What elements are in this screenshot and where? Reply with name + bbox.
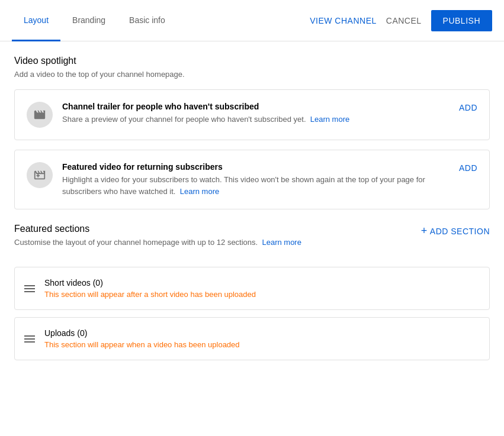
video-spotlight-title: Video spotlight [14, 56, 490, 66]
featured-video-card-left: Featured video for returning subscribers… [27, 162, 450, 197]
featured-video-body: Featured video for returning subscribers… [62, 162, 450, 197]
cancel-button[interactable]: CANCEL [386, 16, 422, 25]
short-videos-desc: This section will appear after a short v… [44, 290, 256, 299]
featured-sections-header-right: + ADD SECTION [421, 224, 490, 237]
video-spotlight-section: Video spotlight Add a video to the top o… [14, 56, 490, 209]
tab-basic-info[interactable]: Basic info [117, 1, 177, 41]
plus-icon: + [421, 225, 428, 237]
featured-sections-title: Featured sections [14, 224, 301, 234]
featured-sections: Featured sections Customise the layout o… [14, 224, 490, 360]
uploads-item: Uploads (0) This section will appear whe… [14, 317, 490, 360]
uploads-drag-handle[interactable] [24, 335, 35, 343]
featured-sections-subtitle: Customise the layout of your channel hom… [14, 238, 301, 247]
channel-trailer-add-button[interactable]: ADD [459, 102, 477, 112]
featured-video-add-button[interactable]: ADD [459, 162, 477, 173]
short-videos-drag-handle[interactable] [24, 285, 35, 292]
channel-trailer-body: Channel trailer for people who haven't s… [62, 102, 450, 125]
featured-sections-header: Featured sections Customise the layout o… [14, 224, 490, 257]
uploads-body: Uploads (0) This section will appear whe… [44, 328, 240, 349]
channel-trailer-card-left: Channel trailer for people who haven't s… [27, 102, 450, 128]
view-channel-button[interactable]: VIEW CHANNEL [310, 16, 377, 25]
channel-trailer-desc: Share a preview of your channel for peop… [62, 114, 450, 125]
featured-video-card: Featured video for returning subscribers… [14, 150, 490, 209]
featured-sections-learn-more[interactable]: Learn more [262, 238, 301, 247]
channel-trailer-icon [27, 102, 53, 128]
channel-trailer-title: Channel trailer for people who haven't s… [62, 102, 450, 111]
add-video-icon [33, 169, 46, 182]
uploads-title: Uploads (0) [44, 328, 240, 338]
featured-video-icon [27, 162, 53, 188]
add-section-label: ADD SECTION [430, 227, 490, 236]
uploads-desc: This section will appear when a video ha… [44, 340, 240, 349]
top-nav: Layout Branding Basic info VIEW CHANNEL … [0, 0, 504, 41]
add-section-button[interactable]: + ADD SECTION [421, 225, 490, 237]
main-content: Video spotlight Add a video to the top o… [0, 41, 504, 382]
short-videos-item: Short videos (0) This section will appea… [14, 267, 490, 310]
nav-tabs: Layout Branding Basic info [12, 0, 177, 41]
film-icon [33, 108, 46, 121]
featured-video-title: Featured video for returning subscribers [62, 162, 450, 172]
nav-actions: VIEW CHANNEL CANCEL PUBLISH [310, 10, 492, 31]
featured-video-action: ADD [450, 162, 477, 173]
tab-layout[interactable]: Layout [12, 1, 60, 41]
video-spotlight-subtitle: Add a video to the top of your channel h… [14, 70, 490, 79]
short-videos-title: Short videos (0) [44, 278, 256, 288]
featured-video-desc: Highlight a video for your subscribers t… [62, 174, 450, 197]
short-videos-body: Short videos (0) This section will appea… [44, 278, 256, 299]
channel-trailer-learn-more[interactable]: Learn more [310, 115, 349, 124]
featured-sections-header-left: Featured sections Customise the layout o… [14, 224, 301, 257]
tab-branding[interactable]: Branding [60, 1, 117, 41]
channel-trailer-action: ADD [450, 102, 477, 112]
publish-button[interactable]: PUBLISH [431, 10, 492, 31]
channel-trailer-card: Channel trailer for people who haven't s… [14, 89, 490, 140]
featured-video-learn-more[interactable]: Learn more [180, 187, 219, 196]
